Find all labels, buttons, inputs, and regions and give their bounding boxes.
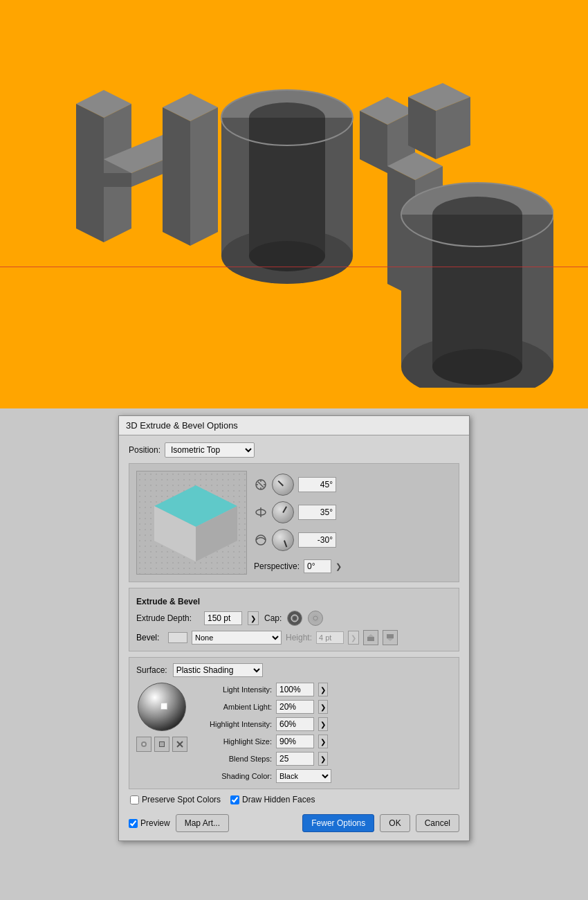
perspective-arrow-icon[interactable]: ❯: [336, 562, 342, 571]
position-label: Position:: [129, 445, 160, 455]
svg-rect-50: [160, 742, 164, 746]
bevel-height-arrow[interactable]: ❯: [348, 631, 359, 645]
blend-steps-value[interactable]: [276, 752, 314, 766]
draw-hidden-label[interactable]: Draw Hidden Faces: [242, 795, 315, 804]
preserve-spot-checkbox[interactable]: [130, 795, 139, 804]
rotation-controls: Perspective: ❯: [254, 471, 452, 573]
svg-marker-1: [76, 104, 104, 242]
preview-label[interactable]: Preview: [140, 818, 170, 828]
shading-color-label: Shading Color:: [196, 772, 272, 780]
ok-button[interactable]: OK: [380, 814, 410, 832]
svg-marker-44: [367, 634, 374, 637]
light-ctrl-btn-2[interactable]: [154, 737, 169, 752]
svg-rect-43: [367, 637, 374, 641]
fewer-options-button[interactable]: Fewer Options: [302, 814, 374, 832]
extrude-depth-label: Extrude Depth:: [136, 613, 199, 623]
shading-color-select[interactable]: Black Custom Color: [276, 769, 331, 783]
light-ball[interactable]: [138, 683, 186, 731]
y-rotation-row: [254, 501, 452, 523]
highlight-intensity-arrow[interactable]: ❯: [318, 717, 328, 731]
dialog-titlebar: 3D Extrude & Bevel Options: [119, 416, 469, 435]
svg-rect-45: [387, 634, 394, 638]
bevel-inward-btn[interactable]: [363, 630, 378, 645]
svg-point-38: [256, 535, 266, 545]
x-rotation-value[interactable]: [298, 477, 336, 492]
ambient-light-arrow[interactable]: ❯: [318, 700, 328, 714]
cap-btn-2[interactable]: [308, 611, 323, 626]
light-ctrl-btn-3[interactable]: [172, 737, 187, 752]
extrude-depth-value[interactable]: [204, 611, 242, 625]
light-ball-controls: [136, 737, 187, 752]
preserve-spot-item: Preserve Spot Colors: [130, 795, 221, 804]
canvas-area: [0, 0, 588, 408]
shading-color-row: Shading Color: Black Custom Color: [196, 769, 452, 783]
position-select[interactable]: Isometric Top Isometric Bottom Front Bac…: [165, 442, 255, 458]
y-dial[interactable]: [272, 501, 294, 523]
surface-label: Surface:: [136, 665, 167, 675]
draw-hidden-item: Draw Hidden Faces: [230, 795, 315, 804]
canvas-content: [0, 0, 588, 408]
preview-checkbox[interactable]: [129, 819, 138, 828]
svg-marker-8: [190, 107, 218, 246]
light-intensity-value[interactable]: [276, 683, 314, 696]
highlight-size-value[interactable]: [276, 735, 314, 748]
perspective-label: Perspective:: [254, 561, 300, 571]
highlight-size-row: Highlight Size: ❯: [196, 735, 452, 748]
surface-row: Surface: Plastic Shading Diffuse Shading…: [136, 663, 452, 677]
svg-point-42: [313, 616, 318, 620]
z-rotation-row: [254, 529, 452, 551]
bevel-height-label: Height:: [286, 633, 312, 642]
highlight-size-arrow[interactable]: ❯: [318, 735, 328, 748]
bevel-height-value[interactable]: [316, 631, 344, 644]
surface-select[interactable]: Plastic Shading Diffuse Shading No Shadi…: [173, 663, 263, 677]
svg-rect-13: [249, 118, 325, 256]
light-intensity-label: Light Intensity:: [196, 685, 272, 694]
light-settings: Light Intensity: ❯ Ambient Light: ❯ High…: [196, 683, 452, 783]
y-rotation-icon: [254, 505, 268, 519]
extrude-bevel-section: Extrude & Bevel Extrude Depth: ❯ Cap:: [129, 588, 459, 651]
perspective-row: Perspective: ❯: [254, 559, 452, 573]
z-dial[interactable]: [272, 529, 294, 551]
x-rotation-icon: [254, 478, 268, 492]
bevel-outward-btn[interactable]: [383, 630, 398, 645]
light-ctrl-btn-1[interactable]: [136, 737, 151, 752]
bevel-label: Bevel:: [136, 633, 164, 642]
draw-hidden-checkbox[interactable]: [230, 795, 239, 804]
dialog: 3D Extrude & Bevel Options Position: Iso…: [118, 415, 470, 841]
preserve-spot-label[interactable]: Preserve Spot Colors: [142, 795, 221, 804]
lighting-area: Light Intensity: ❯ Ambient Light: ❯ High…: [136, 683, 452, 783]
checkboxes-row: Preserve Spot Colors Draw Hidden Faces: [129, 795, 459, 804]
dialog-title: 3D Extrude & Bevel Options: [126, 420, 238, 431]
svg-marker-7: [163, 107, 190, 246]
cap-btn-1[interactable]: [287, 611, 302, 626]
highlight-size-label: Highlight Size:: [196, 737, 272, 746]
light-source-dot[interactable]: [160, 703, 167, 710]
blend-steps-arrow[interactable]: ❯: [318, 752, 328, 766]
blend-steps-label: Blend Steps:: [196, 755, 272, 763]
svg-point-30: [432, 349, 522, 385]
light-intensity-row: Light Intensity: ❯: [196, 683, 452, 696]
perspective-value[interactable]: [304, 559, 331, 573]
bevel-swatch: [168, 632, 187, 643]
dialog-body: Position: Isometric Top Isometric Bottom…: [119, 435, 469, 840]
bevel-type-select[interactable]: None Classic Relaxed Complex Small Round…: [192, 631, 282, 645]
y-rotation-value[interactable]: [298, 505, 336, 520]
x-dial[interactable]: [272, 474, 294, 496]
light-ball-container: [136, 683, 187, 752]
z-rotation-value[interactable]: [298, 532, 336, 548]
svg-point-48: [143, 743, 145, 746]
ambient-light-value[interactable]: [276, 700, 314, 714]
svg-marker-46: [387, 638, 394, 641]
highlight-intensity-value[interactable]: [276, 717, 314, 731]
ambient-light-row: Ambient Light: ❯: [196, 700, 452, 714]
extrude-depth-arrow[interactable]: ❯: [248, 611, 259, 625]
bevel-row: Bevel: None Classic Relaxed Complex Smal…: [136, 630, 452, 645]
3d-text-svg: [35, 21, 553, 388]
highlight-intensity-row: Highlight Intensity: ❯: [196, 717, 452, 731]
surface-section: Surface: Plastic Shading Diffuse Shading…: [129, 657, 459, 789]
light-intensity-arrow[interactable]: ❯: [318, 683, 328, 696]
cancel-button[interactable]: Cancel: [416, 814, 459, 832]
map-art-button[interactable]: Map Art...: [176, 814, 229, 832]
x-rotation-row: [254, 474, 452, 496]
preview-item: Preview: [129, 818, 170, 828]
